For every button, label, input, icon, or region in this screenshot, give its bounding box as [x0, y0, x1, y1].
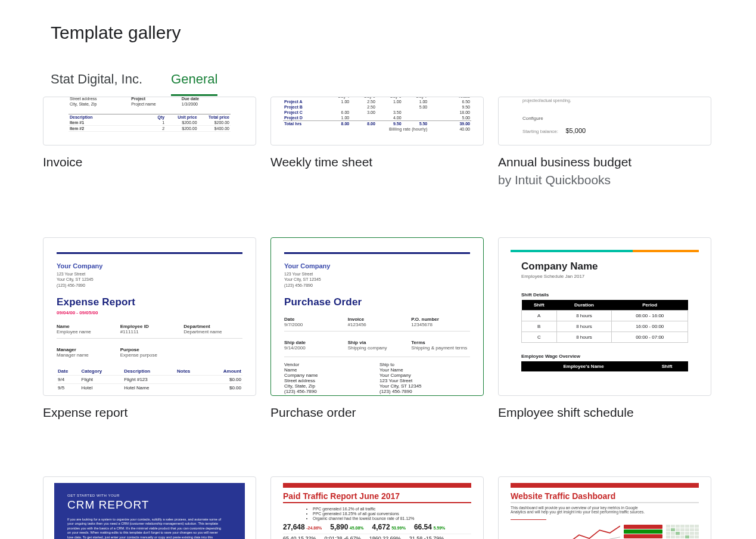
web-side-bars — [624, 525, 662, 539]
tab-org[interactable]: Stat Digital, Inc. — [51, 72, 142, 96]
template-invoice[interactable]: Street address Project Due date City, St… — [43, 97, 256, 145]
template-expense-report[interactable]: Your Company 123 Your Street Your City, … — [43, 237, 256, 396]
shift-company: Company Name — [521, 261, 688, 272]
crm-paragraph: If you are looking for a system to organ… — [67, 518, 222, 539]
po-heading: Purchase Order — [284, 296, 470, 308]
expense-period: 09/04/00 - 09/05/00 — [57, 310, 242, 315]
template-purchase-order[interactable]: Your Company 123 Your Street Your City, … — [270, 237, 484, 396]
template-budget[interactable]: projected/actual spending. Configure Sta… — [498, 97, 711, 145]
budget-note: projected/actual spending. — [522, 98, 687, 103]
web-sparkline-icon — [511, 525, 620, 539]
template-invoice-title: Invoice — [43, 154, 256, 171]
template-web-traffic[interactable]: Website Traffic Dashboard This dashboard… — [498, 476, 711, 539]
crm-heading: CRM REPORT — [67, 498, 232, 512]
tab-general[interactable]: General — [171, 72, 217, 96]
template-crm-report[interactable]: GET STARTED WITH YOUR CRM REPORT If you … — [43, 476, 256, 539]
template-purchase-title: Purchase order — [270, 404, 484, 421]
web-heatmap-icon — [666, 525, 699, 539]
crm-eyebrow: GET STARTED WITH YOUR — [67, 494, 232, 497]
po-company: Your Company — [284, 262, 470, 270]
template-budget-subtitle: by Intuit Quickbooks — [498, 173, 711, 187]
expense-company: Your Company — [57, 262, 242, 270]
tabs: Stat Digital, Inc. General — [51, 72, 705, 97]
template-timesheet-title: Weekly time sheet — [270, 154, 484, 171]
template-paid-traffic[interactable]: Paid Traffic Report June 2017 PPC genera… — [270, 476, 484, 539]
budget-configure-label: Configure — [522, 116, 687, 121]
shift-wage-label: Employee Wage Overview — [521, 354, 688, 359]
template-expense-title: Expense report — [43, 404, 256, 421]
budget-balance-value: $5,000 — [566, 127, 586, 134]
budget-balance-label: Starting balance: — [522, 129, 558, 134]
template-timesheet[interactable]: Day 4 Day 5 Day 6 Day 7 Totals Project A… — [270, 97, 484, 145]
paid-title: Paid Traffic Report June 2017 — [283, 491, 471, 503]
expense-heading: Expense Report — [57, 296, 242, 308]
web-title: Website Traffic Dashboard — [511, 491, 699, 503]
shift-subtitle: Employee Schedule Jan 2017 — [521, 274, 688, 279]
web-desc: This dashboard will provide you an overv… — [511, 506, 654, 514]
page-title: Template gallery — [51, 23, 705, 43]
template-shift-schedule[interactable]: Company Name Employee Schedule Jan 2017 … — [498, 237, 711, 396]
template-budget-title: Annual business budget — [498, 154, 711, 171]
shift-details-label: Shift Details — [521, 292, 688, 298]
template-shift-title: Employee shift schedule — [498, 404, 711, 421]
